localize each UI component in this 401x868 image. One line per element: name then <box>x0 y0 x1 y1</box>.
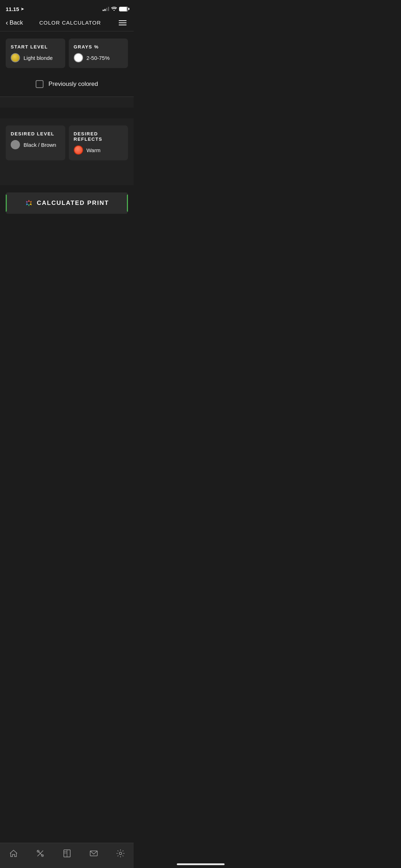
desired-section: DESIRED LEVEL Black / Brown DESIRED REFL… <box>0 118 134 175</box>
calculated-print-button[interactable]: CALCULATED PRINT <box>6 192 128 214</box>
start-level-dot <box>11 53 20 62</box>
desired-level-card[interactable]: DESIRED LEVEL Black / Brown <box>6 125 65 160</box>
color-wheel-icon <box>25 199 33 207</box>
menu-line-2 <box>119 22 127 23</box>
menu-line-3 <box>119 25 127 25</box>
previously-colored-checkbox[interactable] <box>36 80 43 88</box>
signal-bars-icon <box>103 7 109 11</box>
back-button[interactable]: ‹ Back <box>6 19 23 27</box>
start-level-value: Light blonde <box>24 55 53 61</box>
status-icons <box>103 6 128 12</box>
start-level-label: START LEVEL <box>11 44 60 50</box>
spacer-bottom <box>0 221 134 264</box>
nav-bar: ‹ Back COLOR CALCULATOR <box>0 16 134 31</box>
spacer-top <box>0 97 134 108</box>
battery-icon <box>119 7 128 11</box>
calc-section: CALCULATED PRINT <box>0 185 134 221</box>
start-level-value-row: Light blonde <box>11 53 60 62</box>
status-bar: 11.15 ➤ <box>0 0 134 16</box>
status-time: 11.15 ➤ <box>6 6 24 12</box>
calc-button-label: CALCULATED PRINT <box>37 200 109 207</box>
desired-cards-row: DESIRED LEVEL Black / Brown DESIRED REFL… <box>6 125 128 160</box>
svg-marker-1 <box>30 201 32 203</box>
location-icon: ➤ <box>21 7 24 11</box>
previously-colored-row: Previously colored <box>6 77 128 89</box>
desired-reflects-value-row: Warm <box>74 145 123 155</box>
wifi-icon <box>111 6 117 12</box>
desired-level-dot <box>11 140 20 149</box>
menu-line-1 <box>119 20 127 21</box>
svg-marker-5 <box>26 201 28 203</box>
spacer-pre-calc <box>0 175 134 185</box>
chevron-left-icon: ‹ <box>6 19 8 27</box>
grays-value: 2-50-75% <box>87 55 110 61</box>
grays-card[interactable]: GRAYS % 2-50-75% <box>69 38 128 68</box>
desired-level-value-row: Black / Brown <box>11 140 60 149</box>
desired-reflects-value: Warm <box>87 147 101 153</box>
previously-colored-label: Previously colored <box>48 81 98 88</box>
menu-button[interactable] <box>117 19 128 27</box>
back-label: Back <box>10 19 23 26</box>
top-cards-row: START LEVEL Light blonde GRAYS % 2-50-75… <box>6 38 128 68</box>
desired-level-label: DESIRED LEVEL <box>11 131 60 136</box>
grays-label: GRAYS % <box>74 44 123 50</box>
start-level-card[interactable]: START LEVEL Light blonde <box>6 38 65 68</box>
desired-reflects-dot <box>74 145 83 155</box>
svg-marker-4 <box>26 203 28 205</box>
desired-reflects-card[interactable]: DESIRED REFLECTS Warm <box>69 125 128 160</box>
grays-dot <box>74 53 83 62</box>
spacer2 <box>0 108 134 118</box>
page-title: COLOR CALCULATOR <box>39 20 101 26</box>
start-level-section: START LEVEL Light blonde GRAYS % 2-50-75… <box>0 31 134 97</box>
svg-marker-2 <box>30 203 32 205</box>
grays-value-row: 2-50-75% <box>74 53 123 62</box>
desired-level-value: Black / Brown <box>24 142 56 148</box>
desired-reflects-label: DESIRED REFLECTS <box>74 131 123 142</box>
